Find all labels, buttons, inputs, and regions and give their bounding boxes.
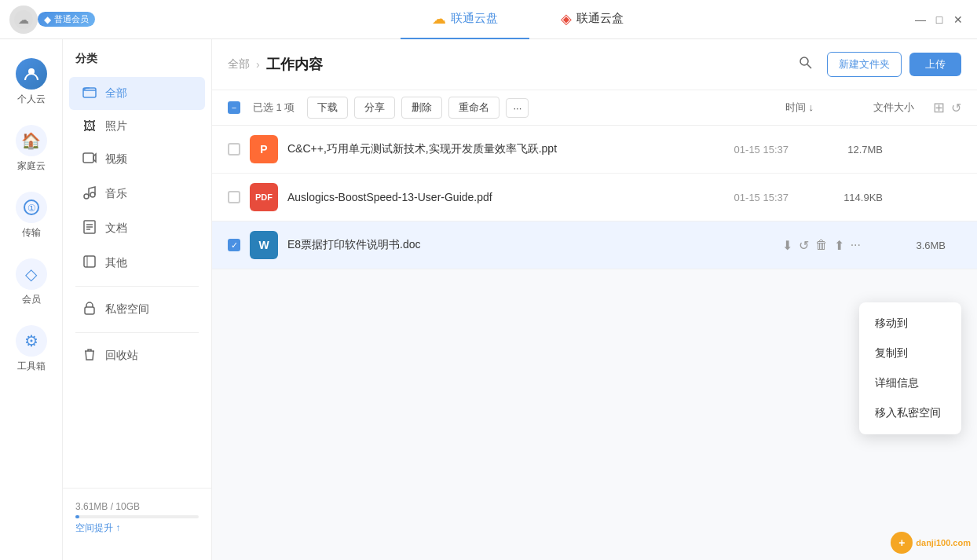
home-cloud-icon: 🏠: [16, 125, 47, 156]
download-button[interactable]: 下载: [307, 97, 348, 119]
context-menu-item-private[interactable]: 移入私密空间: [859, 398, 961, 428]
category-item-videos[interactable]: 视频: [69, 143, 205, 176]
category-item-all[interactable]: 全部: [69, 77, 205, 110]
videos-label: 视频: [105, 152, 127, 167]
file-name-1: C&C++,巧用单元测试新技术,实现开发质量效率飞跃.ppt: [287, 142, 679, 156]
all-label: 全部: [105, 86, 127, 101]
lock-icon: [82, 301, 97, 318]
grid-view-button[interactable]: ⊞: [933, 99, 945, 116]
rename-button[interactable]: 重命名: [448, 97, 499, 119]
col-time-header: 时间 ↓: [785, 101, 814, 115]
context-menu-item-move-to[interactable]: 移动到: [859, 309, 961, 339]
cloud-disk-icon: ☁: [432, 10, 446, 27]
sidebar-item-transfer[interactable]: ① 传输: [4, 185, 59, 246]
file-size-3: 3.6MB: [867, 240, 961, 251]
table-row[interactable]: PDF Auslogics-BoostSpeed-13-User-Guide.p…: [212, 174, 977, 221]
svg-point-8: [84, 194, 89, 199]
music-label: 音乐: [105, 187, 127, 201]
refresh-button[interactable]: ↺: [951, 101, 961, 115]
file-size-1: 12.7MB: [804, 144, 898, 156]
tab-cloud-box-label: 联通云盒: [576, 11, 624, 26]
maximize-button[interactable]: □: [933, 13, 946, 26]
svg-text:☁: ☁: [18, 13, 29, 26]
tab-cloud-box[interactable]: ◈ 联通云盒: [529, 0, 655, 39]
svg-rect-6: [83, 153, 93, 163]
category-title: 分类: [63, 52, 211, 75]
sidebar-item-vip[interactable]: ◇ 会员: [4, 252, 59, 313]
category-item-private[interactable]: 私密空间: [69, 293, 205, 326]
share-button[interactable]: 分享: [354, 97, 395, 119]
delete-button[interactable]: 删除: [401, 97, 442, 119]
app-logo: ☁: [9, 5, 38, 34]
download-action[interactable]: ⬇: [782, 238, 792, 253]
table-row[interactable]: ✓ W E8票据打印软件说明书.doc ⬇ ↺ 🗑 ⬆ ··· 3.6MB: [212, 221, 977, 269]
main-layout: 个人云 🏠 家庭云 ① 传输 ◇ 会员 ⚙ 工具箱 分类: [0, 39, 977, 560]
watermark-logo: +: [891, 532, 913, 554]
more-action[interactable]: ···: [851, 238, 861, 252]
category-item-trash[interactable]: 回收站: [69, 339, 205, 372]
table-row[interactable]: P C&C++,巧用单元测试新技术,实现开发质量效率飞跃.ppt 01-15 1…: [212, 126, 977, 174]
svg-point-9: [90, 192, 95, 197]
file-checkbox-2[interactable]: [228, 191, 240, 203]
docs-label: 文档: [105, 221, 127, 236]
transfer-label: 传输: [22, 226, 41, 240]
svg-rect-5: [83, 88, 96, 97]
share-action[interactable]: ⬆: [834, 238, 844, 253]
word-icon: W: [250, 231, 278, 259]
close-button[interactable]: ✕: [952, 13, 964, 26]
col-size-header: 文件大小: [820, 101, 914, 115]
category-item-others[interactable]: 其他: [69, 247, 205, 280]
rename-action[interactable]: ↺: [799, 238, 809, 253]
context-menu-item-copy-to[interactable]: 复制到: [859, 339, 961, 368]
tools-label: 工具箱: [17, 360, 46, 373]
breadcrumb-current: 工作内容: [266, 55, 323, 74]
photo-icon: 🖼: [82, 119, 97, 134]
transfer-icon: ①: [16, 192, 47, 223]
minimize-button[interactable]: —: [914, 13, 927, 26]
svg-marker-7: [93, 154, 96, 162]
category-item-docs[interactable]: 文档: [69, 212, 205, 245]
sidebar-item-home[interactable]: 🏠 家庭云: [4, 119, 59, 179]
tab-cloud-disk[interactable]: ☁ 联通云盘: [401, 0, 529, 39]
watermark-text: danji100.com: [916, 538, 971, 547]
header-actions: 新建文件夹 上传: [792, 52, 961, 77]
window-controls: — □ ✕: [898, 13, 977, 26]
breadcrumb: 全部 › 工作内容: [228, 55, 323, 74]
storage-upgrade-link[interactable]: 空间提升 ↑: [75, 522, 199, 535]
category-item-music[interactable]: 音乐: [69, 178, 205, 210]
breadcrumb-parent[interactable]: 全部: [228, 57, 250, 71]
sidebar-item-tools[interactable]: ⚙ 工具箱: [4, 319, 59, 379]
file-name-3: E8票据打印软件说明书.doc: [287, 238, 625, 252]
sidebar-icons: 个人云 🏠 家庭云 ① 传输 ◇ 会员 ⚙ 工具箱: [0, 39, 63, 560]
context-menu-item-details[interactable]: 详细信息: [859, 368, 961, 398]
select-all-checkbox[interactable]: −: [228, 101, 240, 114]
context-menu: 移动到 复制到 详细信息 移入私密空间: [859, 302, 961, 434]
sidebar-item-personal[interactable]: 个人云: [4, 52, 59, 112]
breadcrumb-separator: ›: [256, 58, 260, 71]
upload-button[interactable]: 上传: [909, 53, 961, 76]
content-header: 全部 › 工作内容 新建文件夹 上传: [212, 39, 977, 90]
titlebar: ☁ ◆ 普通会员 ☁ 联通云盘 ◈ 联通云盒 — □ ✕: [0, 0, 977, 39]
titlebar-left: ☁ ◆ 普通会员: [0, 5, 157, 34]
others-label: 其他: [105, 256, 127, 270]
delete-action[interactable]: 🗑: [815, 238, 828, 252]
doc-icon: [82, 220, 97, 237]
file-size-2: 114.9KB: [804, 192, 898, 203]
file-checkbox-1[interactable]: [228, 143, 240, 156]
trash-icon: [82, 347, 97, 364]
more-button[interactable]: ···: [506, 98, 529, 118]
home-cloud-label: 家庭云: [17, 159, 46, 173]
pdf-icon: PDF: [250, 183, 278, 211]
folder-icon: [82, 85, 97, 102]
file-checkbox-3[interactable]: ✓: [228, 239, 240, 251]
private-label: 私密空间: [105, 302, 149, 317]
category-item-photos[interactable]: 🖼 照片: [69, 112, 205, 141]
storage-bar-bg: [75, 515, 199, 518]
ppt-icon: P: [250, 135, 278, 163]
tools-icon: ⚙: [16, 325, 47, 357]
trash-label: 回收站: [105, 349, 138, 363]
new-folder-button[interactable]: 新建文件夹: [827, 52, 902, 77]
member-badge: ◆ 普通会员: [38, 12, 95, 27]
vip-label: 会员: [22, 293, 41, 306]
search-button[interactable]: [792, 53, 819, 77]
